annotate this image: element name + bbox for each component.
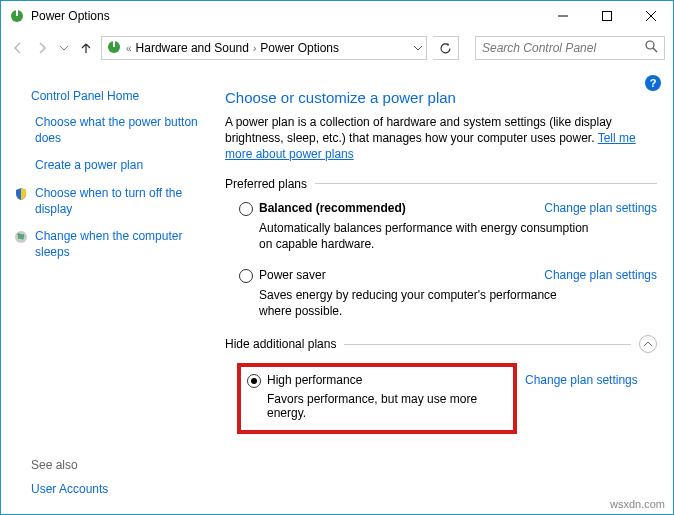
minimize-button[interactable] <box>541 1 585 31</box>
content: Control Panel Home Choose what the power… <box>1 65 673 514</box>
power-options-icon <box>9 8 25 24</box>
plan-saver-row: Power saver Change plan settings <box>225 268 657 283</box>
titlebar: Power Options <box>1 1 673 31</box>
plan-balanced-desc: Automatically balances performance with … <box>259 220 589 252</box>
forward-button[interactable] <box>33 41 51 55</box>
change-settings-balanced[interactable]: Change plan settings <box>544 201 657 215</box>
plan-saver-radio[interactable] <box>239 269 253 283</box>
svg-rect-7 <box>113 41 115 47</box>
plan-saver-desc: Saves energy by reducing your computer's… <box>259 287 589 319</box>
hide-additional-label: Hide additional plans <box>225 337 336 351</box>
hide-additional-row[interactable]: Hide additional plans <box>225 335 657 353</box>
blank-icon <box>13 158 29 174</box>
plan-high-name[interactable]: High performance <box>267 373 362 387</box>
plan-balanced-radio[interactable] <box>239 202 253 216</box>
breadcrumb-hardware[interactable]: Hardware and Sound <box>136 41 249 55</box>
svg-rect-1 <box>16 10 18 16</box>
plan-balanced-row: Balanced (recommended) Change plan setti… <box>225 201 657 216</box>
sidebar-link-sleep[interactable]: Change when the computer sleeps <box>13 229 209 260</box>
close-button[interactable] <box>629 1 673 31</box>
page-description: A power plan is a collection of hardware… <box>225 114 657 163</box>
see-also-section: See also User Accounts <box>13 458 209 496</box>
divider <box>315 183 657 184</box>
collapse-icon[interactable] <box>639 335 657 353</box>
preferred-plans-label: Preferred plans <box>225 177 657 191</box>
watermark: wsxdn.com <box>610 498 665 510</box>
window-controls <box>541 1 673 31</box>
plan-saver-name[interactable]: Power saver <box>259 268 536 282</box>
search-input[interactable]: Search Control Panel <box>475 36 665 60</box>
blank-icon <box>13 115 29 131</box>
navbar: « Hardware and Sound › Power Options Sea… <box>1 31 673 65</box>
page-heading: Choose or customize a power plan <box>225 89 657 106</box>
history-dropdown[interactable] <box>57 46 71 51</box>
high-performance-highlight: High performance Favors performance, but… <box>237 363 517 434</box>
svg-line-9 <box>653 48 657 52</box>
refresh-button[interactable] <box>433 36 459 60</box>
svg-rect-3 <box>603 12 612 21</box>
breadcrumb-chevron: › <box>253 43 256 54</box>
high-performance-section: High performance Favors performance, but… <box>229 363 657 434</box>
address-dropdown[interactable] <box>414 46 422 51</box>
sidebar: Control Panel Home Choose what the power… <box>1 65 217 514</box>
sidebar-link-create-plan[interactable]: Create a power plan <box>13 158 209 174</box>
back-button[interactable] <box>9 41 27 55</box>
globe-icon <box>13 229 29 245</box>
search-icon <box>645 40 658 56</box>
see-also-header: See also <box>31 458 209 472</box>
change-settings-saver[interactable]: Change plan settings <box>544 268 657 282</box>
window-title: Power Options <box>31 9 541 23</box>
up-button[interactable] <box>77 41 95 55</box>
plan-high-desc: Favors performance, but may use more ene… <box>267 392 507 420</box>
maximize-button[interactable] <box>585 1 629 31</box>
breadcrumb-power[interactable]: Power Options <box>260 41 339 55</box>
control-panel-home-link[interactable]: Control Panel Home <box>31 89 209 103</box>
shield-icon <box>13 186 29 202</box>
breadcrumb-separator: « <box>126 43 132 54</box>
divider <box>344 344 631 345</box>
power-options-icon <box>106 39 122 58</box>
plan-balanced-name[interactable]: Balanced (recommended) <box>259 201 536 215</box>
main-panel: Choose or customize a power plan A power… <box>217 65 673 514</box>
change-settings-high[interactable]: Change plan settings <box>525 373 638 387</box>
sidebar-link-display-off[interactable]: Choose when to turn off the display <box>13 186 209 217</box>
plan-high-radio[interactable] <box>247 374 261 388</box>
svg-point-8 <box>646 41 654 49</box>
user-accounts-link[interactable]: User Accounts <box>31 482 209 496</box>
sidebar-link-power-button[interactable]: Choose what the power button does <box>13 115 209 146</box>
address-bar[interactable]: « Hardware and Sound › Power Options <box>101 36 427 60</box>
search-placeholder: Search Control Panel <box>482 41 596 55</box>
